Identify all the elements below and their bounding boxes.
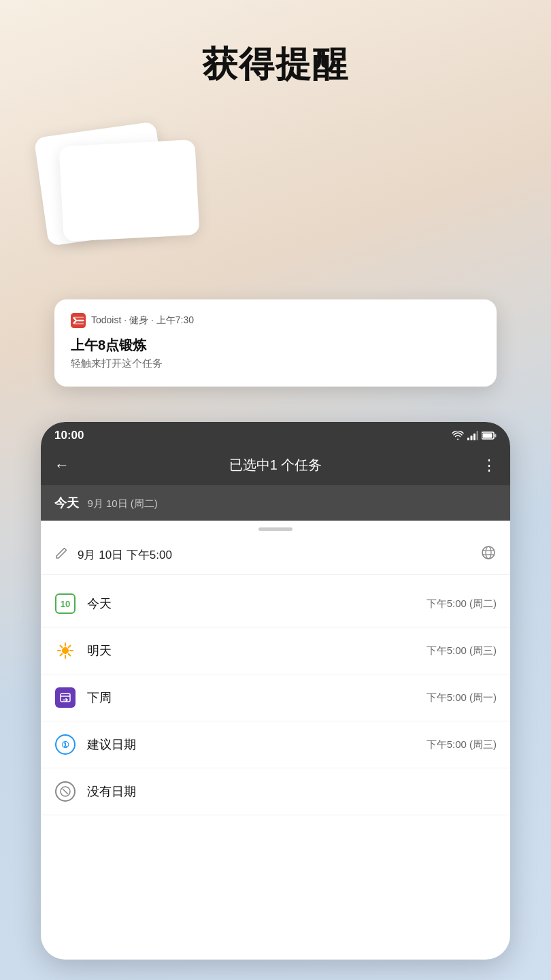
no-date-icon [54,781,76,802]
notification-card: Todoist · 健身 · 上午7:30 上午8点锻炼 轻触来打开这个任务 [54,299,497,387]
option-left-today: 10 今天 [54,593,112,615]
date-row[interactable]: 9月 10日 下午5:00 [41,535,510,575]
option-row-suggested[interactable]: ① 建议日期 下午5:00 (周三) [41,721,510,768]
drag-handle [258,527,293,531]
date-header: 今天 9月 10日 (周二) [41,485,510,521]
option-row-no-date[interactable]: 没有日期 [41,768,510,815]
option-label-no-date: 没有日期 [87,783,136,800]
notification-subtitle: 轻触来打开这个任务 [71,357,480,370]
option-label-next-week: 下周 [87,689,112,706]
app-bar-title: 已选中1 个任务 [75,456,476,474]
svg-line-22 [69,646,71,648]
sun-icon [54,640,76,662]
app-bar: ← 已选中1 个任务 ⋮ [41,448,510,485]
option-left-next-week: 下周 [54,687,112,708]
date-row-left: 9月 10日 下午5:00 [54,546,172,564]
option-time-suggested: 下午5:00 (周三) [427,738,497,751]
notification-header: Todoist · 健身 · 上午7:30 [71,313,480,328]
option-time-next-week: 下午5:00 (周一) [427,691,497,704]
phone-mockup: 10:00 ← 已选 [41,422,510,960]
option-left-suggested: ① 建议日期 [54,734,136,755]
status-time: 10:00 [54,429,84,442]
drag-handle-area [41,521,510,535]
svg-point-12 [486,546,491,559]
option-time-tomorrow: 下午5:00 (周三) [427,644,497,657]
todoist-logo-icon [71,313,86,328]
svg-point-15 [62,647,69,654]
page-title: 获得提醒 [0,41,551,88]
suggest-icon: ① [54,734,76,755]
svg-line-20 [61,646,63,648]
svg-point-11 [482,546,495,559]
status-bar: 10:00 [41,422,510,448]
calendar-icon: 10 [54,593,76,615]
wifi-icon [452,431,464,440]
svg-rect-10 [495,434,497,438]
date-row-text: 9月 10日 下午5:00 [78,547,172,563]
option-row-today[interactable]: 10 今天 下午5:00 (周二) [41,581,510,627]
option-row-tomorrow[interactable]: 明天 下午5:00 (周三) [41,627,510,674]
svg-rect-4 [467,438,469,440]
svg-rect-9 [483,434,492,438]
option-label-tomorrow: 明天 [87,642,112,659]
svg-line-28 [63,789,67,794]
battery-icon [482,431,497,440]
more-button[interactable]: ⋮ [476,457,497,474]
svg-rect-7 [477,431,479,440]
svg-rect-6 [473,434,475,440]
svg-line-21 [69,654,71,656]
globe-icon [480,544,497,565]
today-label: 今天 [54,496,79,510]
notification-meta: Todoist · 健身 · 上午7:30 [91,314,194,327]
option-left-tomorrow: 明天 [54,640,112,662]
option-label-today: 今天 [87,595,112,612]
signal-icon [467,431,478,440]
next-week-icon [54,687,76,708]
status-icons [452,431,497,440]
notification-title: 上午8点锻炼 [71,336,480,355]
edit-icon [54,546,68,564]
back-button[interactable]: ← [54,457,75,474]
svg-rect-5 [471,436,473,440]
option-row-next-week[interactable]: 下周 下午5:00 (周一) [41,674,510,721]
bottom-sheet: 9月 10日 下午5:00 10 今天 [41,521,510,821]
svg-line-23 [61,654,63,656]
option-label-suggested: 建议日期 [87,736,136,753]
option-left-no-date: 没有日期 [54,781,136,802]
option-time-today: 下午5:00 (周二) [427,598,497,610]
decorative-card-2 [59,140,199,242]
option-list: 10 今天 下午5:00 (周二) [41,575,510,821]
date-label: 9月 10日 (周二) [87,497,157,509]
